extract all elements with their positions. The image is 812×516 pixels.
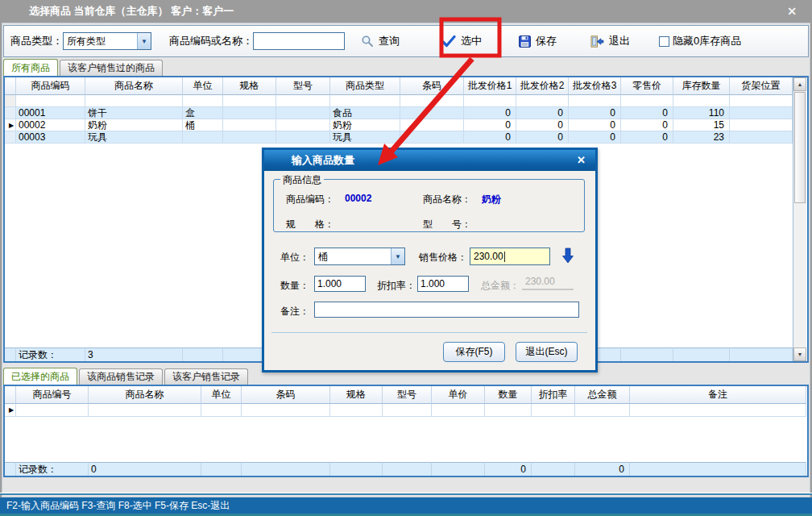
chevron-down-icon[interactable]: ▼	[137, 33, 151, 49]
window-close-icon[interactable]: ✕	[785, 4, 799, 19]
column-header[interactable]: 单位	[201, 386, 242, 404]
footer-cell	[630, 462, 806, 476]
quantity-dialog: 输入商品数量 ✕ 商品信息 商品编码： 00002 商品名称： 奶粉 规 格： …	[262, 148, 598, 372]
column-header[interactable]: 商品名称	[85, 77, 183, 95]
note-input[interactable]	[314, 302, 579, 318]
column-header[interactable]: 单价	[432, 386, 485, 404]
column-header[interactable]: 商品类型	[330, 77, 400, 95]
table-cell: 桶	[183, 119, 223, 131]
tab[interactable]: 已选择的商品	[3, 368, 77, 385]
dialog-save-button[interactable]: 保存(F5)	[443, 342, 505, 362]
vertical-scrollbar[interactable]: ▲ ▼	[793, 77, 806, 361]
tab[interactable]: 该客户销售过的商品	[60, 60, 163, 76]
grid-empty-area	[5, 417, 806, 462]
table-cell	[223, 107, 276, 119]
column-header[interactable]: 数量	[485, 386, 532, 404]
row-selector-header	[5, 386, 16, 404]
column-header[interactable]: 规格	[223, 77, 276, 95]
footer-cell	[183, 347, 223, 361]
table-cell	[630, 404, 806, 417]
table-cell	[730, 107, 793, 119]
query-button[interactable]: 查询	[361, 34, 400, 48]
exit-button-label: 退出	[609, 34, 630, 48]
price-input[interactable]: 230.00	[470, 248, 550, 265]
tab[interactable]: 该客户销售记录	[164, 368, 248, 385]
price-down-arrow-icon[interactable]	[560, 247, 576, 264]
table-cell	[201, 404, 242, 417]
price-value: 230.00	[474, 251, 503, 262]
column-header[interactable]: 商品名称	[89, 386, 201, 404]
column-header[interactable]: 型号	[383, 386, 432, 404]
tab[interactable]: 该商品销售记录	[79, 368, 163, 385]
hide-zero-stock-checkbox[interactable]: 隐藏0库存商品	[659, 34, 741, 48]
dialog-exit-button[interactable]: 退出(Esc)	[516, 342, 578, 362]
unit-select[interactable]: 桶 ▼	[314, 248, 405, 265]
dialog-close-icon[interactable]: ✕	[577, 154, 586, 167]
table-cell: 0	[464, 119, 516, 131]
table-cell	[485, 404, 532, 417]
exit-button[interactable]: 退出	[590, 34, 630, 48]
unit-label: 单位：	[280, 251, 309, 264]
dialog-title: 输入商品数量	[292, 153, 354, 168]
save-button[interactable]: 保存	[519, 34, 557, 48]
table-cell: 0	[621, 107, 673, 119]
grid-header-row: 商品编码商品名称单位规格型号商品类型条码批发价格1批发价格2批发价格3零售价库存…	[5, 77, 793, 95]
table-row[interactable]: 00001饼干盒食品0000110	[5, 107, 793, 119]
window-title: 选择商品 当前仓库（主仓库） 客户：客户一	[29, 4, 234, 19]
scrollbar-track[interactable]	[793, 204, 806, 347]
column-header[interactable]: 总金额	[575, 386, 630, 404]
table-row[interactable]: ▶	[5, 404, 806, 417]
table-cell	[183, 95, 223, 107]
row-selector-cell	[5, 131, 16, 144]
column-header[interactable]: 货架位置	[730, 77, 793, 95]
table-cell	[532, 404, 575, 417]
scroll-up-icon[interactable]: ▲	[793, 77, 806, 91]
statusbar: F2-输入商品编码 F3-查询 F8-选中 F5-保存 Esc-退出	[0, 497, 812, 514]
column-header[interactable]: 条码	[400, 77, 464, 95]
row-selector-header	[5, 77, 16, 95]
discount-input[interactable]	[417, 276, 469, 292]
table-cell	[223, 131, 276, 144]
price-label: 销售价格：	[419, 251, 467, 264]
column-header[interactable]: 零售价	[621, 77, 673, 95]
table-row[interactable]: 00003玩具玩具000023	[5, 131, 793, 144]
checkbox-icon[interactable]	[659, 36, 669, 47]
column-header[interactable]: 条码	[242, 386, 330, 404]
table-cell: 奶粉	[330, 119, 400, 131]
search-input[interactable]	[253, 32, 345, 50]
column-header[interactable]: 备注	[630, 386, 806, 404]
current-row-marker-icon: ▶	[5, 119, 16, 131]
column-header[interactable]: 库存数量	[673, 77, 730, 95]
quantity-input[interactable]	[314, 276, 366, 292]
column-header[interactable]: 型号	[276, 77, 330, 95]
table-cell	[569, 95, 621, 107]
table-cell: 00003	[16, 131, 85, 144]
table-cell: 00001	[16, 107, 85, 119]
column-header[interactable]: 规格	[330, 386, 383, 404]
column-header[interactable]: 商品编号	[16, 386, 89, 404]
table-cell: 110	[673, 107, 730, 119]
column-header[interactable]: 折扣率	[532, 386, 575, 404]
table-cell	[575, 404, 630, 417]
footer-cell	[5, 462, 16, 476]
column-header[interactable]: 批发价格3	[569, 77, 621, 95]
tab[interactable]: 所有商品	[3, 59, 58, 76]
table-cell	[276, 119, 330, 131]
query-button-label: 查询	[379, 34, 400, 48]
product-info-legend: 商品信息	[280, 173, 324, 187]
table-cell	[730, 119, 793, 131]
table-row[interactable]: ▶00002奶粉桶奶粉000015	[5, 119, 793, 131]
scroll-down-icon[interactable]: ▼	[793, 347, 806, 361]
table-cell	[276, 95, 330, 107]
select-button[interactable]: 选中	[441, 34, 482, 48]
column-header[interactable]: 批发价格1	[464, 77, 516, 95]
column-header[interactable]: 批发价格2	[516, 77, 569, 95]
chevron-down-icon[interactable]: ▼	[391, 248, 404, 264]
table-cell: 15	[673, 119, 730, 131]
table-cell	[383, 404, 432, 417]
table-cell	[730, 131, 793, 144]
column-header[interactable]: 商品编码	[16, 77, 85, 95]
product-type-select[interactable]: 所有类型 ▼	[63, 32, 151, 50]
column-header[interactable]: 单位	[183, 77, 223, 95]
scrollbar-thumb[interactable]	[794, 92, 806, 203]
